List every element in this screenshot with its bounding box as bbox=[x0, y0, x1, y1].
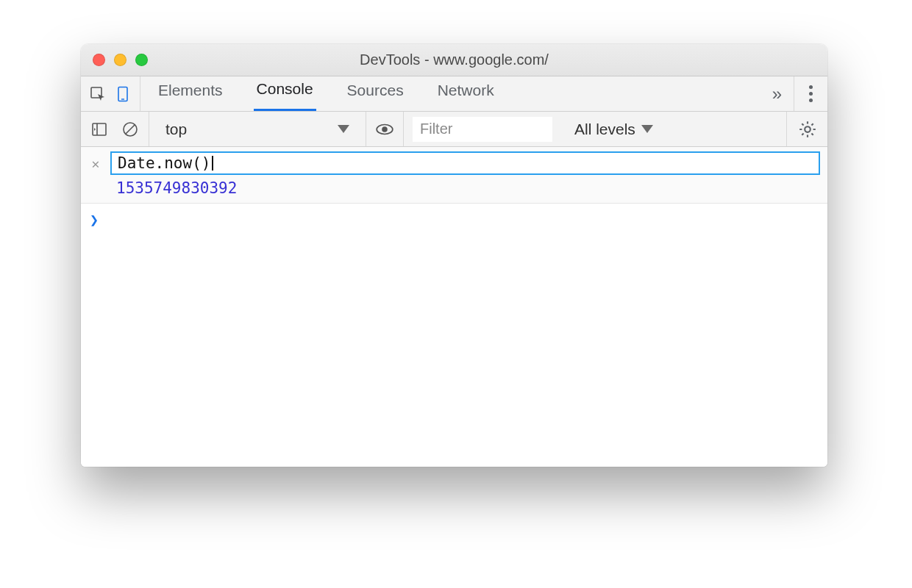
main-toolbar: Elements Console Sources Network » bbox=[81, 76, 827, 112]
text-caret bbox=[212, 156, 213, 171]
console-input-text: Date.now() bbox=[118, 154, 210, 172]
overflow-tabs-button[interactable]: » bbox=[760, 76, 794, 111]
chevron-down-icon bbox=[641, 125, 653, 133]
console-output: ✕ Date.now() 1535749830392 ❯ bbox=[81, 147, 827, 467]
device-toolbar-icon[interactable] bbox=[113, 85, 132, 104]
toggle-console-sidebar-icon[interactable] bbox=[90, 120, 109, 139]
panel-tabs: Elements Console Sources Network bbox=[140, 76, 760, 111]
svg-line-15 bbox=[811, 133, 813, 135]
execution-context-selector[interactable]: top bbox=[158, 121, 357, 138]
zoom-window-button[interactable] bbox=[135, 54, 148, 66]
tab-elements[interactable]: Elements bbox=[155, 76, 226, 111]
gear-icon bbox=[798, 120, 817, 139]
console-toolbar: top All levels bbox=[81, 112, 827, 147]
execution-context-label: top bbox=[165, 121, 187, 138]
svg-line-16 bbox=[802, 133, 803, 135]
svg-line-6 bbox=[126, 125, 135, 134]
close-icon[interactable]: ✕ bbox=[88, 156, 103, 171]
titlebar: DevTools - www.google.com/ bbox=[81, 44, 827, 76]
eager-evaluation-block: ✕ Date.now() 1535749830392 bbox=[81, 147, 827, 204]
close-window-button[interactable] bbox=[93, 54, 105, 66]
console-input[interactable]: Date.now() bbox=[110, 151, 820, 175]
more-options-button[interactable] bbox=[794, 76, 827, 111]
kebab-icon bbox=[809, 85, 813, 102]
chevron-down-icon bbox=[338, 125, 349, 133]
devtools-window: DevTools - www.google.com/ Elements Cons… bbox=[81, 44, 827, 467]
log-levels-selector[interactable]: All levels bbox=[564, 121, 658, 138]
console-settings-button[interactable] bbox=[786, 112, 827, 146]
filter-input[interactable] bbox=[413, 117, 552, 142]
log-levels-label: All levels bbox=[574, 121, 635, 138]
svg-line-14 bbox=[802, 123, 803, 125]
clear-console-icon[interactable] bbox=[121, 120, 140, 139]
inspect-element-icon[interactable] bbox=[88, 85, 107, 104]
minimize-window-button[interactable] bbox=[114, 54, 127, 66]
traffic-lights bbox=[81, 54, 148, 66]
tab-network[interactable]: Network bbox=[435, 76, 497, 111]
tab-console[interactable]: Console bbox=[254, 76, 316, 111]
tab-sources[interactable]: Sources bbox=[344, 76, 407, 111]
svg-point-8 bbox=[382, 126, 388, 132]
console-prompt[interactable]: ❯ bbox=[81, 204, 827, 236]
live-expression-icon[interactable] bbox=[375, 120, 394, 139]
svg-line-17 bbox=[811, 123, 813, 125]
prompt-chevron-icon: ❯ bbox=[90, 211, 99, 229]
window-title: DevTools - www.google.com/ bbox=[81, 51, 827, 68]
eager-evaluation-result: 1535749830392 bbox=[81, 178, 827, 203]
